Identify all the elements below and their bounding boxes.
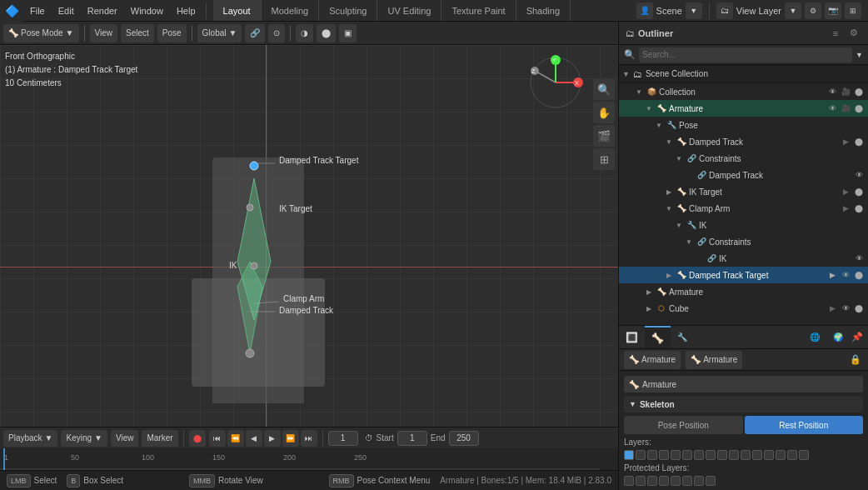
playback-btn[interactable]: Playback ▼: [3, 430, 57, 447]
tab-texture-paint[interactable]: Texture Paint: [441, 0, 516, 21]
viewport-canvas[interactable]: Front Orthographic (1) Armature : Damped…: [0, 45, 618, 427]
keying-btn[interactable]: Keying ▼: [61, 430, 107, 447]
viewport-gizmo[interactable]: X Y Z: [526, 53, 585, 112]
layer-13[interactable]: [776, 450, 786, 460]
skeleton-header[interactable]: ▼ Skeleton: [624, 396, 863, 412]
prot-layer-0[interactable]: [624, 476, 634, 486]
props-tab-data[interactable]: 🦴: [645, 326, 671, 348]
camera-btn[interactable]: 🎬: [593, 125, 615, 147]
props-tab-scene[interactable]: 🌐: [803, 326, 826, 348]
pose-position-btn[interactable]: Pose Position: [624, 416, 743, 434]
tab-uv-editing[interactable]: UV Editing: [377, 0, 441, 21]
marker-btn[interactable]: Marker: [142, 430, 177, 447]
object-name-field[interactable]: 🦴 Armature: [624, 376, 863, 392]
step-back-btn[interactable]: ⏪: [227, 430, 244, 447]
tree-item-cube[interactable]: ▶ ⬡ Cube ▶ 👁 ⬤: [619, 300, 868, 317]
outliner-filter-icon[interactable]: ≡: [828, 26, 843, 41]
view-btn[interactable]: View: [90, 24, 118, 42]
props-pin-icon[interactable]: 📌: [850, 330, 865, 345]
xray-btn[interactable]: ▣: [339, 24, 357, 42]
tree-item-pose[interactable]: ▼ 🔧 Pose: [619, 117, 868, 133]
layer-10[interactable]: [741, 450, 751, 460]
transform-btn[interactable]: Global ▼: [197, 24, 242, 42]
layer-2[interactable]: [647, 450, 657, 460]
view-layer-render[interactable]: 📷: [825, 2, 841, 19]
ikt-cam-icon[interactable]: ⬤: [853, 186, 865, 198]
armature-cam-icon[interactable]: 🎥: [840, 102, 851, 114]
menu-help[interactable]: Help: [170, 0, 202, 21]
pose-mode-btn[interactable]: 🦴 Pose Mode ▼: [3, 24, 79, 42]
props-lock-icon[interactable]: 🔒: [848, 352, 863, 368]
tree-item-armature-2[interactable]: ▶ 🦴 Armature: [619, 283, 868, 300]
collection-render-icon[interactable]: ⬤: [853, 86, 865, 98]
layer-11[interactable]: [752, 450, 762, 460]
tree-item-damped-track-bone[interactable]: ▼ 🦴 Damped Track ▶ ⬤: [619, 133, 868, 150]
prot-layer-6[interactable]: [694, 476, 704, 486]
prot-layer-2[interactable]: [647, 476, 657, 486]
layer-1[interactable]: [636, 450, 646, 460]
collection-eye-icon[interactable]: 👁: [826, 86, 838, 98]
grid-btn[interactable]: ⊞: [593, 148, 615, 170]
jump-end-btn[interactable]: ⏭: [301, 430, 317, 447]
layer-3[interactable]: [659, 450, 669, 460]
zoom-in-btn[interactable]: 🔍: [593, 78, 615, 100]
menu-edit[interactable]: Edit: [52, 0, 81, 21]
jump-start-btn[interactable]: ⏮: [209, 430, 226, 447]
dtt-cam-icon[interactable]: ⬤: [853, 269, 865, 281]
layer-12[interactable]: [764, 450, 774, 460]
step-fwd-btn[interactable]: ⏩: [282, 430, 299, 447]
prot-layer-4[interactable]: [671, 476, 681, 486]
tab-sculpting[interactable]: Sculpting: [319, 0, 377, 21]
layer-15[interactable]: [799, 450, 809, 460]
select-btn[interactable]: Select: [121, 24, 154, 42]
tree-item-clamp-arm[interactable]: ▼ 🦴 Clamp Arm ▶ ⬤: [619, 200, 868, 217]
dtt-eye-icon[interactable]: 👁: [840, 269, 851, 281]
layer-6[interactable]: [694, 450, 704, 460]
current-frame-input[interactable]: [328, 431, 358, 446]
props-tab-object[interactable]: 🔳: [619, 326, 645, 348]
view-tl-btn[interactable]: View: [111, 430, 139, 447]
timeline-track[interactable]: 1 50 100 150 200 250: [0, 448, 618, 470]
tab-shading[interactable]: Shading: [516, 0, 571, 21]
menu-file[interactable]: File: [23, 0, 52, 21]
tree-item-damped-track-con[interactable]: 🔗 Damped Track 👁: [619, 167, 868, 183]
obj-armature-btn[interactable]: 🦴 Armature: [624, 351, 681, 369]
ca-cam-icon[interactable]: ⬤: [853, 202, 865, 214]
layer-5[interactable]: [682, 450, 692, 460]
menu-render[interactable]: Render: [81, 0, 124, 21]
record-btn[interactable]: ⬤: [189, 430, 206, 447]
play-back-btn[interactable]: ◀: [246, 430, 262, 447]
layer-9[interactable]: [729, 450, 739, 460]
prot-layer-1[interactable]: [636, 476, 646, 486]
tab-modeling[interactable]: Modeling: [262, 0, 320, 21]
layer-14[interactable]: [787, 450, 797, 460]
cube-eye-icon[interactable]: 👁: [840, 302, 851, 314]
ikc-eye-icon[interactable]: 👁: [853, 252, 865, 264]
scene-icon-right[interactable]: ▼: [686, 2, 702, 19]
prot-layer-3[interactable]: [659, 476, 669, 486]
outliner-search-input[interactable]: [639, 48, 852, 62]
tab-layout[interactable]: Layout: [213, 0, 262, 21]
tree-item-collection[interactable]: ▼ 📦 Collection 👁 🎥 ⬤: [619, 83, 868, 100]
dtc-eye-icon[interactable]: 👁: [853, 169, 865, 181]
rest-position-btn[interactable]: Rest Position: [745, 416, 864, 434]
scene-icon[interactable]: 👤: [636, 2, 653, 19]
play-btn[interactable]: ▶: [264, 430, 281, 447]
snap-btn[interactable]: 🔗: [245, 24, 265, 42]
start-frame-input[interactable]: [397, 431, 427, 446]
armature-eye-icon[interactable]: 👁: [826, 102, 838, 114]
prot-layer-7[interactable]: [706, 476, 716, 486]
tree-item-constraints-1[interactable]: ▼ 🔗 Constraints: [619, 150, 868, 167]
prot-layer-5[interactable]: [682, 476, 692, 486]
pose-btn[interactable]: Pose: [157, 24, 187, 42]
ca-arrow-icon[interactable]: ▶: [840, 202, 851, 214]
viewport-shading-btn[interactable]: ◑: [296, 24, 313, 42]
cube-cam-icon[interactable]: ⬤: [853, 302, 865, 314]
tree-item-armature-main[interactable]: ▼ 🦴 Armature 👁 🎥 ⬤: [619, 100, 868, 117]
collection-camera-icon[interactable]: 🎥: [840, 86, 851, 98]
tree-item-ik-target[interactable]: ▶ 🦴 IK Target ▶ ⬤: [619, 183, 868, 200]
props-tab-world[interactable]: 🌍: [826, 326, 850, 348]
dt-bone-cam-icon[interactable]: ⬤: [853, 136, 865, 148]
view-layer-settings[interactable]: ⚙: [805, 2, 821, 19]
pan-btn[interactable]: ✋: [593, 102, 615, 123]
